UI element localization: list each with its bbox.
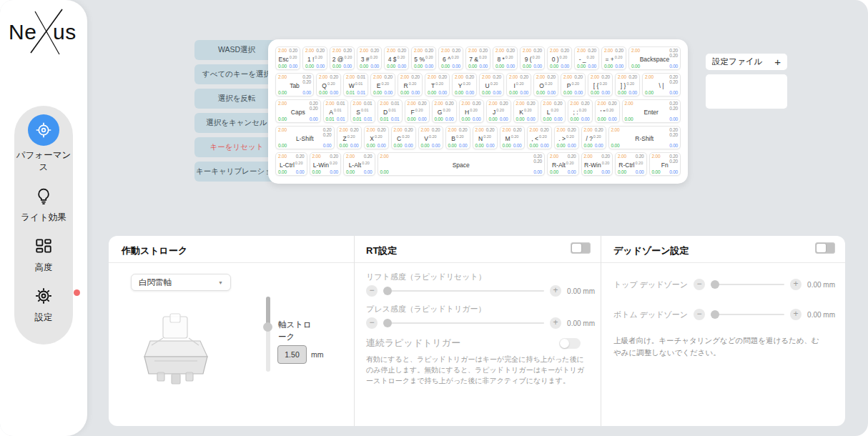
key-R-Ctrl[interactable]: 2.000.20R-Ctrl0.200.000.00 xyxy=(615,152,647,176)
key-S[interactable]: 2.000.01S0.010.010.01 xyxy=(350,99,375,123)
key-M[interactable]: 2.000.20M0.200.000.00 xyxy=(500,126,525,149)
key-D[interactable]: 2.000.01D0.010.010.01 xyxy=(378,99,403,123)
action-button[interactable]: 選択をキャンセル xyxy=(194,113,279,133)
key-/?[interactable]: 2.000.20/ ?0.200.000.00 xyxy=(581,126,606,149)
sidebar-item-grid[interactable]: 高度 xyxy=(16,234,71,274)
plus-button[interactable]: + xyxy=(790,309,802,320)
key-O[interactable]: 2.000.20O0.200.000.00 xyxy=(533,73,558,96)
key-G[interactable]: 2.000.20G0.200.000.00 xyxy=(432,99,457,123)
key-F[interactable]: 2.000.20F0.200.000.00 xyxy=(405,99,430,123)
switch-type-select[interactable]: 白閃雷軸 ▼ xyxy=(131,274,231,291)
plus-button[interactable]: + xyxy=(550,317,561,329)
key--_[interactable]: 2.000.20- _0.200.000.00 xyxy=(574,46,599,70)
sidebar-item-target[interactable]: パフォーマンス xyxy=(16,114,71,174)
key-Q[interactable]: 2.000.20Q0.200.000.00 xyxy=(316,73,341,96)
minus-button[interactable]: − xyxy=(694,279,705,290)
key-R-Alt[interactable]: 2.000.20R-Alt0.200.000.00 xyxy=(547,152,579,176)
key-I[interactable]: 2.000.20I0.200.000.00 xyxy=(506,73,531,96)
slider-track[interactable] xyxy=(711,314,784,315)
plus-button[interactable]: + xyxy=(550,285,561,297)
key-Enter[interactable]: 2.000.200.20Enter0.000.00 xyxy=(622,99,681,123)
key-2@[interactable]: 2.000.202 @0.200.000.00 xyxy=(330,46,355,70)
key-=+[interactable]: 2.000.20= +0.200.000.00 xyxy=(601,46,626,70)
key-J[interactable]: 2.000.20J0.200.000.00 xyxy=(486,99,511,123)
key-W[interactable]: 2.000.01W0.010.010.01 xyxy=(343,73,368,96)
key-A[interactable]: 2.000.01A0.010.010.01 xyxy=(323,99,348,123)
key-9([interactable]: 2.000.209 (0.200.000.00 xyxy=(520,46,545,70)
minus-button[interactable]: − xyxy=(366,285,378,297)
key-1![interactable]: 2.000.201 !0.200.000.00 xyxy=(302,46,327,70)
continuous-rt-label: 連続ラピッドトリガー xyxy=(366,337,460,350)
key-'"[interactable]: 2.000.20' "0.200.000.00 xyxy=(595,99,620,123)
key-C[interactable]: 2.000.20C0.200.000.00 xyxy=(391,126,416,149)
key-N[interactable]: 2.000.20N0.200.000.00 xyxy=(473,126,498,149)
key-L-Ctrl[interactable]: 2.000.20L-Ctrl0.200.000.00 xyxy=(275,152,307,176)
key-]}[interactable]: 2.000.20] }0.200.000.00 xyxy=(615,73,640,96)
key-B[interactable]: 2.000.20B0.200.000.00 xyxy=(445,126,470,149)
key-5%[interactable]: 2.000.205 %0.200.000.00 xyxy=(411,46,436,70)
key-Backspace[interactable]: 2.000.200.20Backspace0.000.00 xyxy=(628,46,681,70)
action-button[interactable]: すべてのキーを選択 xyxy=(194,64,279,84)
key-U[interactable]: 2.000.20U0.200.000.00 xyxy=(479,73,504,96)
key-3#[interactable]: 2.000.203 #0.200.000.00 xyxy=(357,46,382,70)
key-8*[interactable]: 2.000.208 *0.200.000.00 xyxy=(493,46,518,70)
keyboard-panel: 2.000.20Esc0.200.000.002.000.201 !0.200.… xyxy=(268,39,688,184)
key-L[interactable]: 2.000.20L0.200.000.00 xyxy=(541,99,566,123)
key-Fn[interactable]: 2.000.200.20Fn0.000.00 xyxy=(649,152,681,176)
slider-thumb[interactable] xyxy=(383,319,392,327)
key-7&[interactable]: 2.000.207 &0.200.000.00 xyxy=(465,46,490,70)
minus-button[interactable]: − xyxy=(694,309,705,320)
key-R-Shift[interactable]: 2.000.200.20R-Shift0.000.00 xyxy=(608,126,681,149)
key-Space[interactable]: 2.000.200.20Space0.000.00 xyxy=(378,152,546,176)
key-0)[interactable]: 2.000.200 )0.200.000.00 xyxy=(547,46,572,70)
sidebar-item-label: ライト効果 xyxy=(16,212,71,224)
key-L-Win[interactable]: 2.000.20L-Win0.200.000.00 xyxy=(310,152,342,176)
key-\|[interactable]: 2.000.200.20\ |0.000.00 xyxy=(642,73,681,96)
key-V[interactable]: 2.000.20V0.200.000.00 xyxy=(418,126,443,149)
key-Esc[interactable]: 2.000.20Esc0.200.000.00 xyxy=(275,46,300,70)
action-button[interactable]: WASD選択 xyxy=(194,40,279,60)
slider-thumb[interactable] xyxy=(383,287,392,295)
plus-button[interactable]: + xyxy=(790,279,802,290)
key-;:[interactable]: 2.000.20; :0.200.000.00 xyxy=(568,99,593,123)
deadzone-panel-title: デッドゾーン設定 xyxy=(613,244,689,257)
add-profile-button[interactable]: + xyxy=(774,56,781,67)
key-H[interactable]: 2.000.20H0.200.000.00 xyxy=(459,99,484,123)
key-P[interactable]: 2.000.20P0.200.000.00 xyxy=(561,73,586,96)
key-[{[interactable]: 2.000.20[ {0.200.000.00 xyxy=(588,73,613,96)
slider-track[interactable] xyxy=(711,284,784,285)
sidebar-item-gear[interactable]: 設定 xyxy=(16,284,71,324)
key-,<[interactable]: 2.000.20, <0.200.000.00 xyxy=(527,126,552,149)
key-.>[interactable]: 2.000.20. >0.200.000.00 xyxy=(554,126,579,149)
key-E[interactable]: 2.000.20E0.200.000.00 xyxy=(370,73,395,96)
deadzone-toggle[interactable] xyxy=(815,242,835,254)
minus-button[interactable]: − xyxy=(366,317,378,329)
slider-track[interactable] xyxy=(383,322,544,324)
sidebar-item-bulb[interactable]: ライト効果 xyxy=(16,184,71,224)
key-Z[interactable]: 2.000.20Z0.200.000.00 xyxy=(337,126,362,149)
slider-track[interactable] xyxy=(383,290,544,292)
slider-thumb[interactable] xyxy=(711,310,719,319)
action-button[interactable]: 選択を反転 xyxy=(194,89,279,109)
action-button[interactable]: キーキャリブレーション xyxy=(194,162,279,182)
slider-thumb[interactable] xyxy=(711,280,719,289)
key-K[interactable]: 2.000.20K0.200.000.00 xyxy=(513,99,538,123)
axis-stroke-slider[interactable] xyxy=(266,297,270,372)
key-R-Win[interactable]: 2.000.20R-Win0.200.000.00 xyxy=(581,152,613,176)
key-6^[interactable]: 2.000.206 ^0.200.000.00 xyxy=(438,46,463,70)
key-Caps[interactable]: 2.000.200.20Caps0.000.00 xyxy=(275,99,321,123)
key-X[interactable]: 2.000.20X0.200.000.00 xyxy=(364,126,389,149)
key-R[interactable]: 2.000.20R0.200.000.00 xyxy=(398,73,423,96)
key-Tab[interactable]: 2.000.200.20Tab0.000.00 xyxy=(275,73,314,96)
profile-list[interactable] xyxy=(706,74,787,109)
key-T[interactable]: 2.000.20T0.200.000.00 xyxy=(425,73,450,96)
key-L-Alt[interactable]: 2.000.20L-Alt0.200.000.00 xyxy=(343,152,375,176)
action-button[interactable]: キーをリセット xyxy=(194,137,279,157)
continuous-rt-toggle[interactable] xyxy=(559,338,581,349)
key-Y[interactable]: 2.000.20Y0.200.000.00 xyxy=(452,73,477,96)
axis-stroke-input[interactable] xyxy=(277,345,307,364)
rt-toggle[interactable] xyxy=(571,242,591,254)
axis-stroke-slider-thumb[interactable] xyxy=(263,322,272,332)
key-L-Shift[interactable]: 2.000.200.20L-Shift0.000.00 xyxy=(275,126,335,149)
key-4$[interactable]: 2.000.204 $0.200.000.00 xyxy=(384,46,409,70)
